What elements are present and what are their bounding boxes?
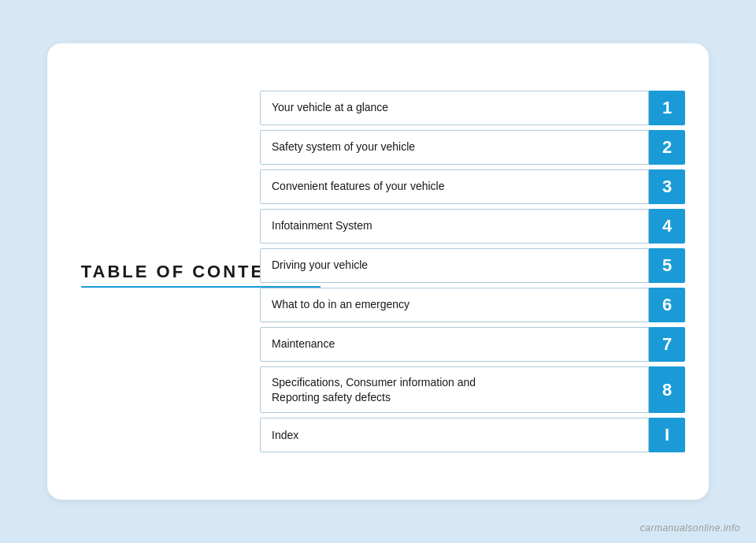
toc-number-1: 1 <box>649 91 685 125</box>
toc-number-3: 3 <box>649 169 685 204</box>
toc-number-2: 2 <box>649 130 685 165</box>
toc-row[interactable]: What to do in an emergency6 <box>260 288 685 322</box>
toc-number-8: 8 <box>649 366 685 414</box>
toc-number-5: 5 <box>649 248 685 283</box>
white-card: TABLE OF CONTENTS Your vehicle at a glan… <box>47 43 709 500</box>
toc-label-9: Index <box>260 418 649 452</box>
toc-label-6: What to do in an emergency <box>260 288 649 322</box>
toc-row[interactable]: Maintenance7 <box>260 327 685 362</box>
toc-number-7: 7 <box>649 327 685 362</box>
toc-row[interactable]: Infotainment System4 <box>260 209 685 244</box>
right-panel: Your vehicle at a glance1Safety system o… <box>260 43 709 500</box>
toc-row[interactable]: Convenient features of your vehicle3 <box>260 169 685 204</box>
toc-row[interactable]: Safety system of your vehicle2 <box>260 130 685 165</box>
page-container: TABLE OF CONTENTS Your vehicle at a glan… <box>0 0 756 543</box>
toc-label-7: Maintenance <box>260 327 649 362</box>
toc-label-5: Driving your vehicle <box>260 248 649 283</box>
toc-row[interactable]: Driving your vehicle5 <box>260 248 685 283</box>
watermark-text: carmanualsonline.info <box>640 523 740 534</box>
toc-number-9: I <box>649 418 685 452</box>
toc-row[interactable]: Your vehicle at a glance1 <box>260 91 685 125</box>
toc-label-1: Your vehicle at a glance <box>260 91 649 125</box>
toc-label-3: Convenient features of your vehicle <box>260 169 649 204</box>
toc-row[interactable]: IndexI <box>260 418 685 452</box>
toc-number-6: 6 <box>649 288 685 322</box>
toc-label-2: Safety system of your vehicle <box>260 130 649 165</box>
toc-label-4: Infotainment System <box>260 209 649 244</box>
toc-number-4: 4 <box>649 209 685 244</box>
toc-row[interactable]: Specifications, Consumer information and… <box>260 366 685 414</box>
toc-label-8: Specifications, Consumer information and… <box>260 366 649 414</box>
